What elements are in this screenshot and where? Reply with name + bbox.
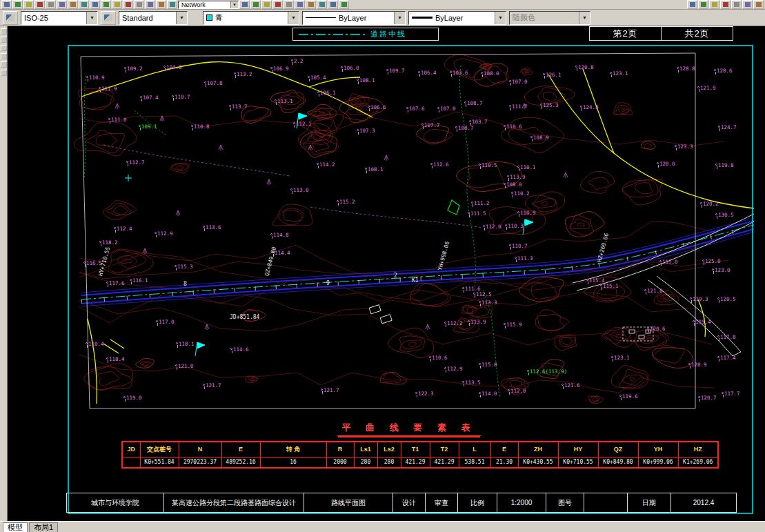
dim-style-value: ISO-25 — [24, 14, 48, 22]
toolbar-icon[interactable] — [742, 0, 753, 9]
chevron-down-icon[interactable]: ▼ — [579, 12, 590, 24]
curve-table-header: R — [326, 442, 354, 457]
lineweight-select[interactable]: ByLayer ▼ — [408, 11, 506, 25]
curve-table-cell: K0+551.84 — [140, 457, 179, 468]
toolbar-icon[interactable] — [284, 0, 294, 9]
tab-layout1[interactable]: 布局1 — [29, 522, 58, 532]
toolbar-icon[interactable] — [317, 0, 327, 9]
toolbar-icon[interactable] — [1, 61, 7, 68]
toolbar-icon[interactable] — [272, 0, 283, 9]
curve-table-header: 交点桩号 — [140, 442, 179, 457]
linetype-value: ByLayer — [339, 14, 366, 22]
title-block-cell: 审查 — [425, 493, 458, 513]
curve-table-cell: 538.51 — [459, 457, 490, 468]
dim-style-icon[interactable] — [3, 11, 18, 25]
chevron-down-icon[interactable]: ▼ — [176, 12, 187, 24]
toolbar-icon[interactable] — [1, 37, 7, 43]
lineweight-sample-icon — [412, 17, 433, 19]
plot-style-select[interactable]: 随颜色 ▼ — [509, 11, 590, 25]
text-style-icon[interactable] — [101, 11, 116, 25]
curve-table-header: E — [221, 442, 260, 457]
drawing-canvas[interactable]: 道路中线 第2页 共2页 109.2104.8107.8113.2106.92.… — [0, 26, 765, 521]
toolbar-icon[interactable] — [90, 0, 100, 9]
chevron-down-icon[interactable]: ▼ — [288, 12, 299, 24]
legend-label: 道路中线 — [370, 29, 406, 39]
color-select[interactable]: 青 ▼ — [203, 11, 299, 25]
toolbar-icon[interactable] — [34, 0, 45, 9]
curve-table-cell: 2000 — [326, 457, 354, 468]
toolbar-icon[interactable] — [250, 0, 261, 9]
curve-table-header: YH — [638, 442, 678, 457]
toolbar-icon[interactable] — [79, 0, 89, 9]
title-block-cell: 某高速公路分段第二段路基路面综合设计 — [163, 493, 304, 513]
chainage-ticks — [81, 230, 733, 304]
toolbar-icon[interactable] — [306, 0, 316, 9]
chevron-down-icon[interactable]: ▼ — [86, 12, 97, 24]
toolbar-icon[interactable] — [123, 0, 133, 9]
toolbar-icon[interactable] — [101, 0, 111, 9]
toolbar-icon[interactable] — [753, 0, 764, 9]
text-style-select[interactable]: Standard ▼ — [119, 11, 188, 25]
color-swatch-cyan — [206, 14, 212, 21]
contour-lines — [74, 55, 729, 404]
toolbar-icon[interactable] — [1, 0, 12, 9]
curve-table-header: HY — [558, 442, 598, 457]
title-block-cell: 日期 — [627, 493, 671, 513]
curve-table-title: 平 曲 线 要 素 表 — [337, 422, 480, 436]
chevron-down-icon[interactable]: ▼ — [394, 12, 405, 24]
toolbar-icon[interactable] — [46, 0, 56, 9]
cad-application-window: NetWork ▼ ISO-25 ▼ Standard ▼ 青 ▼ ByLaye… — [0, 0, 765, 532]
utility-dashed-lines — [103, 145, 483, 228]
ucs-combo[interactable]: NetWork ▼ — [178, 1, 239, 9]
toolbar-icon[interactable] — [1, 53, 7, 59]
curve-table-header: JD — [122, 442, 140, 457]
toolbar-icon[interactable] — [295, 0, 305, 9]
toolbar-icon[interactable] — [339, 0, 349, 9]
curve-table-cell — [122, 457, 140, 468]
curve-table-header: Ls2 — [377, 442, 401, 457]
page-current: 第2页 — [589, 26, 662, 41]
toolbar-icon[interactable] — [731, 0, 742, 9]
toolbar-icon[interactable] — [1, 28, 7, 35]
toolbar-icon[interactable] — [145, 0, 155, 9]
curve-table-cell: K0+849.80 — [598, 457, 638, 468]
page-number-box: 第2页 共2页 — [590, 26, 733, 41]
toolbar-icon[interactable] — [687, 0, 697, 9]
toolbar-icon[interactable] — [328, 0, 338, 9]
toolbar-icon[interactable] — [698, 0, 708, 9]
toolbar-icon[interactable] — [1, 70, 7, 76]
tab-model[interactable]: 模型 — [3, 522, 28, 532]
page-total: 共2页 — [661, 26, 733, 41]
curve-table-cell: 489252.16 — [221, 457, 260, 468]
curve-table-cell: K0+710.55 — [558, 457, 598, 468]
toolbar-icon[interactable] — [167, 0, 177, 9]
toolbar-icon[interactable] — [12, 0, 23, 9]
survey-flag-icons — [125, 113, 533, 356]
toolbar-icon[interactable] — [68, 0, 78, 9]
properties-toolbar-row: ISO-25 ▼ Standard ▼ 青 ▼ ByLayer ▼ ByLaye… — [0, 10, 765, 26]
curve-table-cell: 16 — [260, 457, 326, 468]
chevron-down-icon[interactable]: ▼ — [495, 12, 506, 24]
toolbar-icon-group-mid — [239, 0, 349, 9]
curve-table-header: QZ — [598, 442, 638, 457]
toolbar-icon[interactable] — [709, 0, 719, 9]
toolbar-icon-group-left — [1, 0, 177, 9]
toolbar-icon[interactable] — [239, 0, 250, 9]
toolbar-icon[interactable] — [1, 45, 7, 51]
toolbar-icon[interactable] — [720, 0, 731, 9]
linetype-select[interactable]: ByLayer ▼ — [302, 11, 406, 25]
toolbar-icon[interactable] — [112, 0, 122, 9]
curve-table-header: HZ — [678, 442, 718, 457]
toolbar-icon[interactable] — [156, 0, 166, 9]
ucs-combo-value: NetWork — [181, 1, 206, 8]
toolbar-icon[interactable] — [57, 0, 67, 9]
toolbar-icon[interactable] — [23, 0, 34, 9]
dim-style-select[interactable]: ISO-25 ▼ — [21, 11, 98, 25]
chevron-down-icon[interactable]: ▼ — [230, 1, 238, 8]
toolbar-icon[interactable] — [261, 0, 272, 9]
curve-table-section: 平 曲 线 要 素 表 JD交点桩号NE转 角RLs1Ls2T1T2LEZHHY… — [121, 421, 697, 469]
left-docked-toolbar — [0, 26, 8, 521]
curve-table-header: L — [459, 442, 490, 457]
toolbar-icon[interactable] — [134, 0, 144, 9]
curve-table-cell: 421.29 — [430, 457, 459, 468]
